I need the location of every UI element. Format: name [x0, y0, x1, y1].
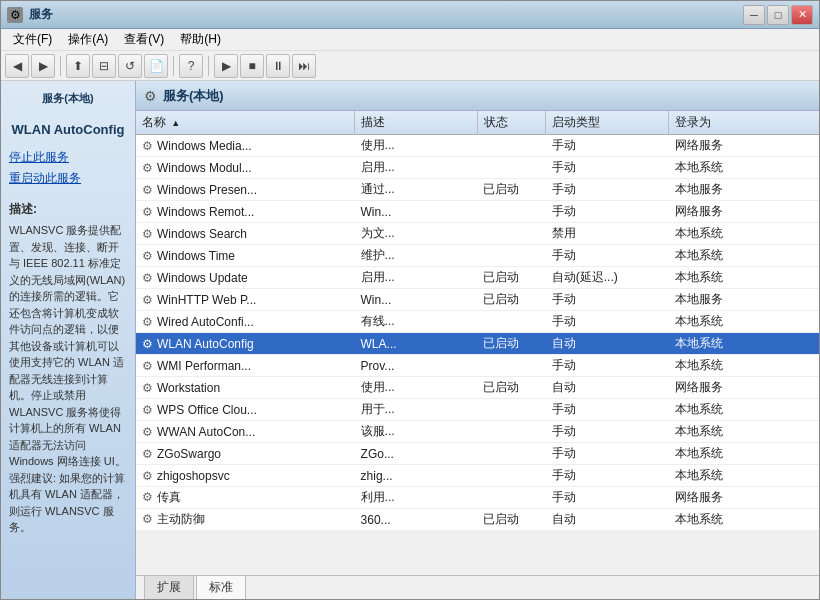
tab-standard[interactable]: 标准: [196, 575, 246, 599]
service-desc-cell: 通过...: [355, 179, 478, 201]
service-status-cell: [477, 487, 545, 509]
table-row[interactable]: ⚙WWAN AutoCon... 该服... 手动 本地系统: [136, 421, 819, 443]
tab-extend[interactable]: 扩展: [144, 575, 194, 599]
table-row[interactable]: ⚙WinHTTP Web P... Win... 已启动 手动 本地服务: [136, 289, 819, 311]
gear-icon: ⚙: [142, 425, 153, 439]
service-startup-cell: 自动: [546, 509, 669, 531]
maximize-button[interactable]: □: [767, 5, 789, 25]
table-row[interactable]: ⚙Wired AutoConfi... 有线... 手动 本地系统: [136, 311, 819, 333]
col-header-status[interactable]: 状态: [477, 111, 545, 135]
table-row[interactable]: ⚙WLAN AutoConfig WLA... 已启动 自动 本地系统: [136, 333, 819, 355]
table-row[interactable]: ⚙Windows Update 启用... 已启动 自动(延迟...) 本地系统: [136, 267, 819, 289]
restart-button[interactable]: ⏭: [292, 54, 316, 78]
service-startup-cell: 手动: [546, 421, 669, 443]
table-row[interactable]: ⚙传真 利用... 手动 网络服务: [136, 487, 819, 509]
service-name-cell: ⚙Windows Search: [136, 223, 355, 245]
service-startup-cell: 手动: [546, 355, 669, 377]
export-button[interactable]: 📄: [144, 54, 168, 78]
service-startup-cell: 手动: [546, 311, 669, 333]
gear-icon: ⚙: [142, 359, 153, 373]
gear-icon: ⚙: [142, 337, 153, 351]
menu-help[interactable]: 帮助(H): [172, 29, 229, 50]
table-row[interactable]: ⚙Windows Presen... 通过... 已启动 手动 本地服务: [136, 179, 819, 201]
menu-file[interactable]: 文件(F): [5, 29, 60, 50]
service-status-cell: 已启动: [477, 289, 545, 311]
forward-button[interactable]: ▶: [31, 54, 55, 78]
main-content: 服务(本地) WLAN AutoConfig 停止此服务 重启动此服务 描述: …: [1, 81, 819, 599]
gear-icon: ⚙: [142, 227, 153, 241]
service-startup-cell: 手动: [546, 245, 669, 267]
table-row[interactable]: ⚙Windows Remot... Win... 手动 网络服务: [136, 201, 819, 223]
table-row[interactable]: ⚙主动防御 360... 已启动 自动 本地系统: [136, 509, 819, 531]
service-status-cell: 已启动: [477, 333, 545, 355]
gear-icon: ⚙: [142, 403, 153, 417]
service-status-cell: [477, 311, 545, 333]
service-login-cell: 本地系统: [669, 333, 819, 355]
service-desc-cell: ZGo...: [355, 443, 478, 465]
panel-header-icon: ⚙: [144, 88, 157, 104]
play-button[interactable]: ▶: [214, 54, 238, 78]
service-login-cell: 本地系统: [669, 421, 819, 443]
table-row[interactable]: ⚙Windows Modul... 启用... 手动 本地系统: [136, 157, 819, 179]
service-status-cell: 已启动: [477, 267, 545, 289]
service-startup-cell: 手动: [546, 289, 669, 311]
show-hide-button[interactable]: ⊟: [92, 54, 116, 78]
back-button[interactable]: ◀: [5, 54, 29, 78]
window-controls: ─ □ ✕: [743, 5, 813, 25]
pause-button[interactable]: ⏸: [266, 54, 290, 78]
table-row[interactable]: ⚙Windows Media... 使用... 手动 网络服务: [136, 135, 819, 157]
stop-service-link[interactable]: 停止此服务: [9, 149, 69, 166]
service-desc-cell: 为文...: [355, 223, 478, 245]
table-row[interactable]: ⚙Windows Search 为文... 禁用 本地系统: [136, 223, 819, 245]
service-startup-cell: 自动(延迟...): [546, 267, 669, 289]
service-login-cell: 本地系统: [669, 355, 819, 377]
up-button[interactable]: ⬆: [66, 54, 90, 78]
menu-action[interactable]: 操作(A): [60, 29, 116, 50]
service-status-cell: 已启动: [477, 377, 545, 399]
service-login-cell: 本地系统: [669, 509, 819, 531]
right-panel: ⚙ 服务(本地) 名称 ▲ 描述 状态 启动类型: [136, 81, 819, 599]
stop-button[interactable]: ■: [240, 54, 264, 78]
service-desc-cell: 使用...: [355, 377, 478, 399]
gear-icon: ⚙: [142, 381, 153, 395]
service-startup-cell: 手动: [546, 135, 669, 157]
table-row[interactable]: ⚙zhigoshopsvc zhig... 手动 本地系统: [136, 465, 819, 487]
service-name-cell: ⚙WLAN AutoConfig: [136, 333, 355, 355]
table-row[interactable]: ⚙ZGoSwargo ZGo... 手动 本地系统: [136, 443, 819, 465]
service-login-cell: 网络服务: [669, 487, 819, 509]
service-name-cell: ⚙ZGoSwargo: [136, 443, 355, 465]
gear-icon: ⚙: [142, 205, 153, 219]
minimize-button[interactable]: ─: [743, 5, 765, 25]
service-status-cell: [477, 201, 545, 223]
service-desc-cell: 360...: [355, 509, 478, 531]
service-startup-cell: 手动: [546, 487, 669, 509]
service-login-cell: 本地系统: [669, 465, 819, 487]
help-button[interactable]: ?: [179, 54, 203, 78]
service-startup-cell: 禁用: [546, 223, 669, 245]
gear-icon: ⚙: [142, 315, 153, 329]
service-name-cell: ⚙主动防御: [136, 509, 355, 531]
toolbar: ◀ ▶ ⬆ ⊟ ↺ 📄 ? ▶ ■ ⏸ ⏭: [1, 51, 819, 81]
close-button[interactable]: ✕: [791, 5, 813, 25]
table-row[interactable]: ⚙Workstation 使用... 已启动 自动 网络服务: [136, 377, 819, 399]
service-description: WLANSVC 服务提供配置、发现、连接、断开与 IEEE 802.11 标准定…: [9, 222, 127, 536]
refresh-button[interactable]: ↺: [118, 54, 142, 78]
menu-view[interactable]: 查看(V): [116, 29, 172, 50]
service-status-cell: [477, 157, 545, 179]
service-name-cell: ⚙WPS Office Clou...: [136, 399, 355, 421]
table-row[interactable]: ⚙WMI Performan... Prov... 手动 本地系统: [136, 355, 819, 377]
service-name-cell: ⚙WMI Performan...: [136, 355, 355, 377]
sort-arrow: ▲: [171, 118, 180, 128]
col-header-desc[interactable]: 描述: [355, 111, 478, 135]
col-header-startup[interactable]: 启动类型: [546, 111, 669, 135]
service-status-cell: [477, 223, 545, 245]
service-name-cell: ⚙Windows Time: [136, 245, 355, 267]
col-header-name[interactable]: 名称 ▲: [136, 111, 355, 135]
col-header-login[interactable]: 登录为: [669, 111, 819, 135]
service-desc-cell: Win...: [355, 289, 478, 311]
table-row[interactable]: ⚙WPS Office Clou... 用于... 手动 本地系统: [136, 399, 819, 421]
table-row[interactable]: ⚙Windows Time 维护... 手动 本地系统: [136, 245, 819, 267]
services-table-wrapper[interactable]: 名称 ▲ 描述 状态 启动类型 登录为 ⚙Windows Media... 使: [136, 111, 819, 575]
restart-service-link[interactable]: 重启动此服务: [9, 170, 81, 187]
service-status-cell: [477, 399, 545, 421]
